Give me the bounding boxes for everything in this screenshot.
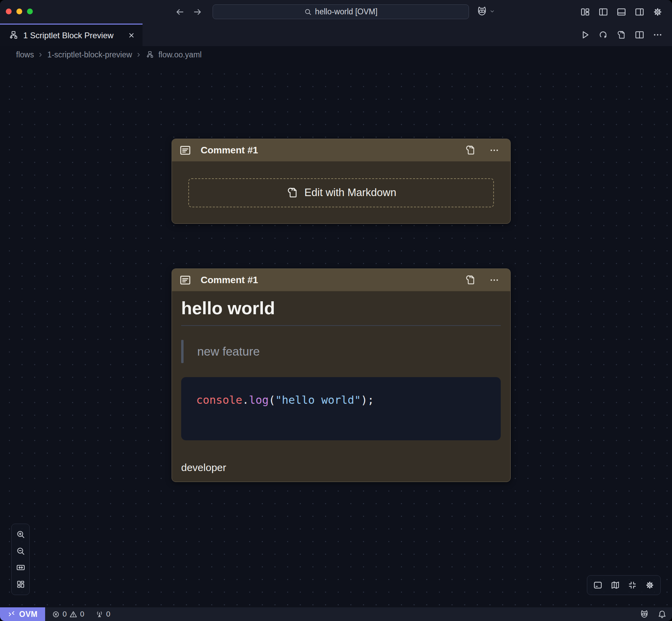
canvas-settings-button[interactable] (643, 578, 657, 592)
comment-card-empty[interactable]: Comment #1 Edit with Markdown (172, 139, 511, 224)
edit-with-markdown-button[interactable]: Edit with Markdown (188, 178, 494, 207)
close-icon (128, 32, 135, 39)
comment-card-title: Comment #1 (201, 275, 454, 286)
history-back-button[interactable] (175, 6, 186, 17)
problems-indicator[interactable]: 0 0 (52, 610, 84, 619)
app-window: hello-world [OVM] 1 Scriptlet Block Prev… (0, 0, 672, 621)
breadcrumb-root[interactable]: flows (16, 50, 34, 59)
file-sync-icon (465, 144, 476, 156)
comment-card-body: Edit with Markdown (172, 162, 510, 224)
port-count: 0 (106, 610, 110, 619)
note-icon (179, 144, 191, 156)
code-block: console.log("hello world"); (181, 377, 501, 440)
card-menu-button[interactable] (487, 143, 501, 157)
code-token: . (242, 394, 249, 406)
code-token: console (196, 394, 242, 406)
open-markdown-button[interactable] (463, 143, 478, 157)
titlebar: hello-world [OVM] (0, 0, 672, 24)
command-center-search[interactable]: hello-world [OVM] (213, 4, 469, 19)
chevron-down-icon (489, 9, 495, 14)
status-bar-right (639, 609, 672, 619)
open-source-file-button[interactable] (615, 28, 628, 42)
open-markdown-button[interactable] (463, 273, 478, 287)
zoom-out-button[interactable] (14, 544, 27, 558)
code-token: log (249, 394, 269, 406)
bell-icon (658, 610, 667, 619)
assistant-menu-button[interactable] (476, 5, 495, 17)
breadcrumb-folder[interactable]: 1-scriptlet-block-preview (47, 50, 132, 59)
zoom-in-button[interactable] (14, 527, 27, 541)
blockquote-bar (181, 340, 184, 363)
comment-card-rendered[interactable]: Comment #1 hello world new feature conso… (172, 268, 511, 482)
window-controls (6, 9, 33, 14)
breadcrumb: flows 1-scriptlet-block-preview flow.oo.… (0, 46, 672, 63)
remote-label: OVM (19, 610, 38, 619)
toggle-panel-button[interactable] (615, 5, 628, 19)
window-zoom-button[interactable] (27, 9, 33, 14)
editor-area: flows 1-scriptlet-block-preview flow.oo.… (0, 46, 672, 607)
tab-scriptlet-block-preview[interactable]: 1 Scriptlet Block Preview (0, 24, 143, 46)
flow-icon (9, 31, 18, 40)
search-value: hello-world [OVM] (315, 7, 378, 16)
layout-controls (578, 5, 664, 19)
auto-layout-button[interactable] (14, 578, 27, 591)
cat-icon (476, 5, 488, 17)
fit-width-button[interactable] (14, 561, 27, 575)
rerun-button[interactable] (596, 28, 610, 42)
error-count: 0 (63, 610, 67, 619)
minimap-button[interactable] (608, 578, 622, 592)
center-view-button[interactable] (625, 578, 640, 592)
toggle-sidebar-button[interactable] (596, 5, 610, 19)
radio-tower-icon (95, 610, 104, 618)
tab-close-button[interactable] (126, 30, 136, 41)
console-icon (593, 580, 603, 590)
history-forward-button[interactable] (192, 6, 203, 17)
panel-bottom-icon (616, 7, 627, 17)
layout-icon (580, 7, 590, 17)
assistant-status-button[interactable] (639, 609, 649, 619)
run-button[interactable] (578, 28, 592, 42)
notifications-button[interactable] (658, 610, 667, 619)
ellipsis-icon (489, 145, 499, 155)
code-token: ) (361, 394, 367, 406)
zoom-in-icon (16, 530, 25, 539)
warning-icon (69, 610, 77, 618)
chevron-right-icon (136, 52, 142, 58)
chevron-right-icon (38, 52, 43, 58)
comment-card-title: Comment #1 (201, 145, 454, 156)
status-bar: OVM 0 0 0 (0, 607, 672, 621)
code-token: ( (269, 394, 275, 406)
window-close-button[interactable] (6, 9, 12, 14)
split-editor-button[interactable] (633, 28, 646, 42)
search-icon (304, 8, 312, 16)
markdown-heading: hello world (181, 298, 501, 319)
file-sync-icon (465, 274, 476, 286)
ports-indicator[interactable]: 0 (95, 610, 110, 619)
toggle-secondary-sidebar-button[interactable] (633, 5, 646, 19)
edit-with-markdown-label: Edit with Markdown (305, 187, 397, 199)
markdown-blockquote: new feature (181, 340, 501, 363)
collapse-icon (628, 580, 637, 590)
code-token: ; (367, 394, 374, 406)
file-sync-icon (616, 30, 627, 40)
ellipsis-icon (489, 275, 499, 285)
flow-canvas[interactable]: Comment #1 Edit with Markdown Comment #1 (0, 63, 672, 607)
toggle-console-button[interactable] (591, 578, 605, 592)
comment-card-header: Comment #1 (172, 269, 510, 291)
customize-layout-button[interactable] (578, 5, 592, 19)
code-token: "hello world" (275, 394, 361, 406)
tab-bar: 1 Scriptlet Block Preview (0, 24, 672, 46)
note-icon (179, 274, 191, 286)
tab-label: 1 Scriptlet Block Preview (23, 31, 121, 40)
comment-card-header: Comment #1 (172, 139, 510, 162)
editor-actions (578, 28, 664, 42)
breadcrumb-file[interactable]: flow.oo.yaml (158, 50, 202, 59)
ellipsis-icon (653, 30, 663, 40)
comment-card-body: hello world new feature console.log("hel… (172, 291, 510, 473)
settings-button[interactable] (651, 5, 664, 19)
card-menu-button[interactable] (487, 273, 501, 287)
remote-indicator[interactable]: OVM (0, 607, 45, 621)
play-icon (580, 30, 590, 40)
more-actions-button[interactable] (651, 28, 664, 42)
window-minimize-button[interactable] (16, 9, 22, 14)
